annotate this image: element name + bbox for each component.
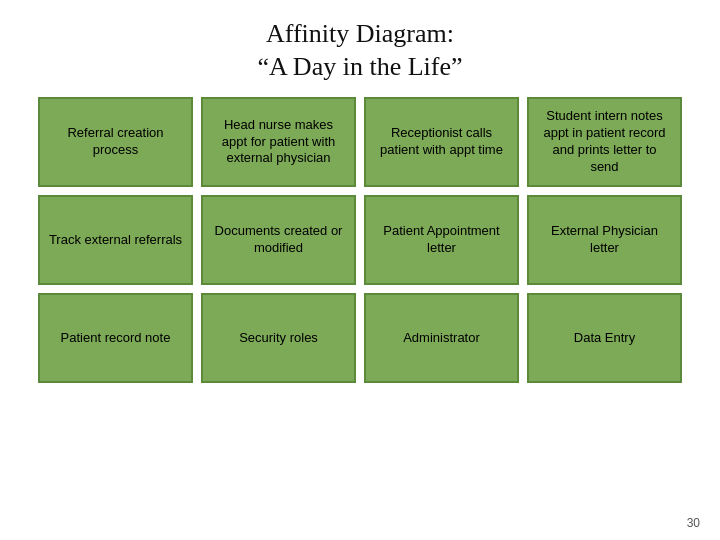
- grid-cell: Data Entry: [527, 293, 682, 383]
- grid-cell: Security roles: [201, 293, 356, 383]
- grid-cell: Referral creation process: [38, 97, 193, 187]
- grid-cell: Receptionist calls patient with appt tim…: [364, 97, 519, 187]
- grid-cell: Patient record note: [38, 293, 193, 383]
- title-line2: “A Day in the Life”: [257, 52, 462, 81]
- grid-cell: Patient Appointment letter: [364, 195, 519, 285]
- page-title: Affinity Diagram: “A Day in the Life”: [257, 18, 462, 83]
- title-line1: Affinity Diagram:: [266, 19, 454, 48]
- grid-cell: Track external referrals: [38, 195, 193, 285]
- grid-cell: Head nurse makes appt for patient with e…: [201, 97, 356, 187]
- grid-cell: External Physician letter: [527, 195, 682, 285]
- affinity-grid: Referral creation processHead nurse make…: [18, 97, 702, 383]
- grid-cell: Documents created or modified: [201, 195, 356, 285]
- page-number: 30: [687, 516, 700, 530]
- grid-cell: Administrator: [364, 293, 519, 383]
- grid-cell: Student intern notes appt in patient rec…: [527, 97, 682, 187]
